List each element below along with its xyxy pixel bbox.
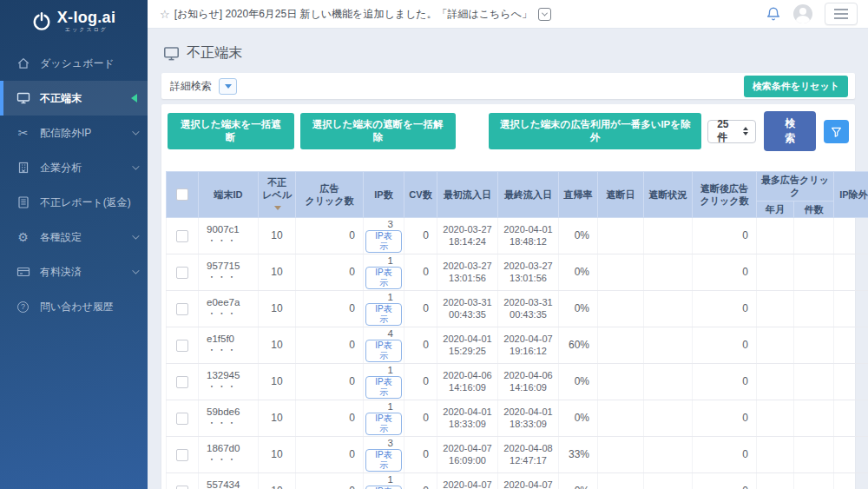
table-row: 132945 ・・・1001IP表示02020-04-0614:16:09202… <box>167 363 868 400</box>
device-id: 957715 ・・・ <box>199 254 259 290</box>
sidebar-item-4[interactable]: 不正レポート(返金) <box>0 185 148 220</box>
cutoff-status <box>644 254 693 290</box>
bell-icon[interactable] <box>766 6 781 22</box>
question-icon: ? <box>16 301 30 313</box>
ip-show-button[interactable]: IP表示 <box>365 376 402 399</box>
monitor-icon <box>163 45 180 62</box>
cutoff-date <box>598 290 644 327</box>
after-cutoff-clicks: 0 <box>693 217 757 254</box>
bulk-block-button[interactable]: 選択した端末を一括遮断 <box>168 113 294 149</box>
top-click-month <box>757 217 794 254</box>
bounce-rate: 0% <box>559 217 598 254</box>
sidebar-item-2[interactable]: ✂配信除外IP <box>0 116 148 150</box>
ip-show-button[interactable]: IP表示 <box>365 340 402 362</box>
brand-name: X-log.ai <box>57 10 115 25</box>
row-checkbox[interactable] <box>176 267 188 279</box>
sort-desc-icon[interactable] <box>274 206 281 210</box>
device-id: 132945 ・・・ <box>199 363 259 400</box>
row-checkbox[interactable] <box>176 376 188 388</box>
ip-show-button[interactable]: IP表示 <box>365 230 402 253</box>
fraud-level: 10 <box>259 436 296 472</box>
row-checkbox[interactable] <box>176 449 188 461</box>
first-inflow: 2020-03-2713:01:56 <box>441 260 494 286</box>
search-dropdown-button[interactable] <box>219 78 237 95</box>
ip-show-button[interactable]: IP表示 <box>365 267 402 289</box>
avatar[interactable] <box>793 4 812 23</box>
fraud-devices-table: 端末ID 不正 レベル 広告クリック数 IP数 CV数 最初流入日 最終流入日 … <box>166 171 868 489</box>
bulk-unblock-button[interactable]: 選択した端末の遮断を一括解除 <box>300 113 456 149</box>
after-cutoff-clicks: 0 <box>693 363 757 400</box>
content: 不正端末 詳細検索 検索条件をリセット 選択した端末を一括遮断 選択した端末の遮… <box>148 29 868 489</box>
row-checkbox[interactable] <box>176 413 188 425</box>
table-row: e0ee7a ・・・1001IP表示02020-03-3100:43:35202… <box>167 290 868 327</box>
last-inflow: 2020-04-0118:48:12 <box>502 223 555 249</box>
details-link-icon[interactable] <box>538 8 551 21</box>
ip-count: 4 <box>365 328 402 340</box>
sidebar-item-3[interactable]: 企業分析 <box>0 150 148 185</box>
ip-exclude <box>834 290 868 327</box>
cutoff-status <box>644 290 693 327</box>
cv-count: 0 <box>404 254 437 290</box>
ip-show-button[interactable]: IP表示 <box>365 449 402 472</box>
last-inflow: 2020-04-0719:16:12 <box>502 333 555 359</box>
ip-exclude <box>834 327 868 363</box>
ip-count: 1 <box>365 365 402 376</box>
topbar: ☆ [お知らせ] 2020年6月25日 新しい機能を追加しました。「詳細はこちら… <box>148 0 868 29</box>
header-top-count: 件数 <box>794 201 834 217</box>
top-click-count <box>794 290 834 327</box>
logo[interactable]: X-log.ai エックスログ <box>0 0 148 41</box>
top-click-count <box>794 436 834 472</box>
per-page-select[interactable]: 25件 <box>707 120 756 143</box>
ip-count: 1 <box>365 401 402 413</box>
header-fraud-level[interactable]: 不正 レベル <box>259 172 296 218</box>
sidebar-item-1[interactable]: 不正端末 <box>0 81 148 116</box>
announcement: ☆ [お知らせ] 2020年6月25日 新しい機能を追加しました。「詳細はこちら… <box>160 7 551 22</box>
monitor-icon <box>16 91 30 105</box>
first-inflow: 2020-04-0115:29:25 <box>441 333 494 359</box>
table-row: e1f5f0 ・・・1004IP表示02020-04-0115:29:25202… <box>167 327 868 363</box>
row-checkbox[interactable] <box>176 303 188 315</box>
top-click-month <box>757 327 794 363</box>
sidebar-item-7[interactable]: ?問い合わせ履歴 <box>0 289 148 324</box>
header-cutoff-date: 遮断日 <box>598 172 644 218</box>
reset-search-button[interactable]: 検索条件をリセット <box>744 76 848 97</box>
ip-show-button[interactable]: IP表示 <box>365 303 402 326</box>
fraud-level: 10 <box>259 472 296 489</box>
search-button[interactable]: 検索 <box>764 111 816 151</box>
sidebar-item-label: ダッシュボード <box>40 56 115 71</box>
sidebar-item-label: 有料決済 <box>40 265 82 280</box>
last-inflow: 2020-04-0118:33:09 <box>502 406 555 432</box>
cutoff-date <box>598 327 644 363</box>
device-id: 59bde6 ・・・ <box>199 400 259 436</box>
ad-clicks: 0 <box>296 363 364 400</box>
sidebar: X-log.ai エックスログ ダッシュボード不正端末✂配信除外IP企業分析不正… <box>0 0 148 489</box>
ip-exclude <box>834 363 868 400</box>
device-id: 1867d0 ・・・ <box>199 436 259 472</box>
filter-button[interactable] <box>824 120 849 143</box>
bounce-rate: 0% <box>559 290 598 327</box>
row-checkbox[interactable] <box>176 340 188 352</box>
bounce-rate: 60% <box>559 327 598 363</box>
active-item-arrow-icon <box>131 94 137 102</box>
menu-button[interactable] <box>825 3 858 25</box>
header-cutoff-status: 遮断状況 <box>644 172 693 218</box>
select-all-checkbox[interactable] <box>176 188 188 201</box>
funnel-icon <box>831 126 842 137</box>
sidebar-item-0[interactable]: ダッシュボード <box>0 46 148 81</box>
row-checkbox[interactable] <box>176 486 188 489</box>
exclude-top-ip-button[interactable]: 選択した端末の広告利用が一番多いIPを除外 <box>489 113 701 149</box>
advanced-search-label: 詳細検索 <box>170 79 212 94</box>
ip-show-button[interactable]: IP表示 <box>365 413 402 435</box>
first-inflow: 2020-04-0118:33:09 <box>441 406 494 432</box>
sidebar-item-label: 不正レポート(返金) <box>40 195 131 210</box>
sidebar-item-5[interactable]: ⚙各種設定 <box>0 220 148 254</box>
bounce-rate: 0% <box>559 363 598 400</box>
ip-show-button[interactable]: IP表示 <box>365 486 402 489</box>
after-cutoff-clicks: 0 <box>693 254 757 290</box>
row-checkbox[interactable] <box>176 230 188 242</box>
sidebar-item-label: 配信除外IP <box>40 126 91 141</box>
cutoff-date <box>598 217 644 254</box>
header-ip-exclude: IP除外 <box>834 172 868 218</box>
sidebar-item-6[interactable]: 有料決済 <box>0 254 148 289</box>
first-inflow: 2020-04-0614:16:09 <box>441 369 494 395</box>
